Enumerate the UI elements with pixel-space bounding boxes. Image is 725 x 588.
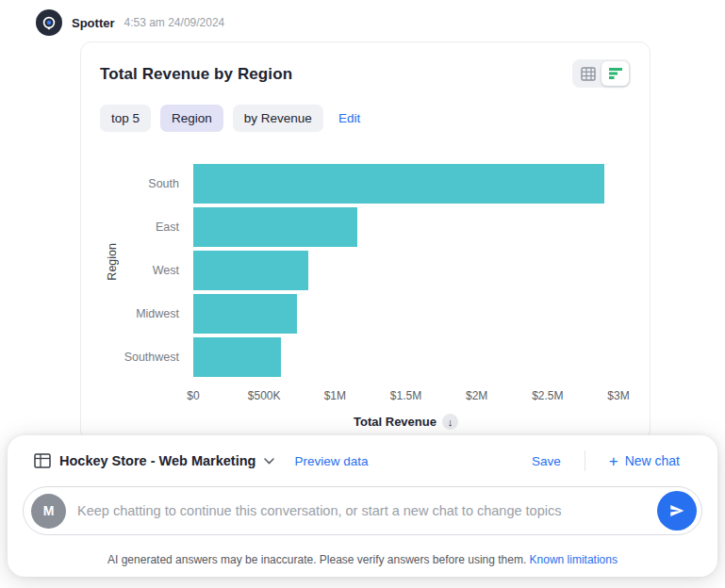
app-name: Spotter <box>72 16 115 30</box>
chart-row: Southwest <box>100 335 636 379</box>
bar-track <box>193 164 618 204</box>
x-axis-label[interactable]: Total Revenue <box>354 415 437 429</box>
save-button[interactable]: Save <box>532 454 561 468</box>
category-label: East <box>100 220 193 234</box>
chart-row: West <box>100 249 636 292</box>
bar[interactable] <box>193 164 604 204</box>
x-tick-label: $0 <box>187 389 199 402</box>
x-tick-label: $1M <box>324 389 346 402</box>
chart-row: East <box>100 205 636 249</box>
plus-icon: + <box>609 453 618 469</box>
bar[interactable] <box>193 337 281 377</box>
query-chips-row: top 5 Region by Revenue Edit <box>100 105 636 132</box>
chart-view-button[interactable] <box>601 61 629 86</box>
table-icon <box>581 67 596 81</box>
chip-region[interactable]: Region <box>160 105 223 132</box>
message-timestamp: 4:53 am 24/09/2024 <box>124 16 225 29</box>
known-limitations-link[interactable]: Known limitations <box>530 553 618 566</box>
new-chat-label: New chat <box>625 453 680 468</box>
spotter-logo-icon <box>41 15 57 30</box>
chat-input[interactable] <box>66 503 657 518</box>
x-axis-label-row: Total Revenue ↓ <box>193 414 618 430</box>
vertical-divider <box>585 450 585 471</box>
chevron-down-icon[interactable] <box>264 458 274 465</box>
chart-row: Midwest <box>100 292 636 335</box>
header: Spotter 4:53 am 24/09/2024 <box>36 9 224 36</box>
x-tick-label: $2.5M <box>532 389 563 402</box>
bar-chart: Region SouthEastWestMidwestSouthwest $0$… <box>100 162 636 430</box>
x-tick-label: $1.5M <box>390 389 421 402</box>
disclaimer-text: AI generated answers may be inaccurate. … <box>107 553 526 566</box>
chip-top-5[interactable]: top 5 <box>100 105 151 132</box>
chart-rows: SouthEastWestMidwestSouthwest <box>100 162 636 379</box>
category-label: South <box>100 177 193 190</box>
view-toggle <box>572 59 631 88</box>
datasource-row: Hockey Store - Web Marketing Preview dat… <box>8 435 717 471</box>
table-view-button[interactable] <box>574 61 601 86</box>
x-tick-label: $500K <box>248 389 281 402</box>
x-tick-label: $2M <box>466 389 487 402</box>
chart-row: South <box>100 162 636 205</box>
new-chat-button[interactable]: + New chat <box>609 453 680 469</box>
worksheet-icon <box>34 453 51 468</box>
chat-input-pill: M <box>23 486 702 535</box>
send-button[interactable] <box>657 491 697 531</box>
worksheet-name[interactable]: Hockey Store - Web Marketing <box>59 453 255 468</box>
user-avatar: M <box>31 494 66 529</box>
category-label: Southwest <box>100 351 193 364</box>
answer-card: Total Revenue by Region top 5 Region by … <box>80 41 651 441</box>
bar-track <box>193 251 618 290</box>
bar[interactable] <box>193 207 357 247</box>
bar-chart-icon <box>608 67 623 80</box>
bar-track <box>193 207 618 247</box>
category-label: Midwest <box>100 307 193 320</box>
ai-disclaimer: AI generated answers may be inaccurate. … <box>8 553 717 566</box>
bar[interactable] <box>193 294 297 334</box>
edit-link[interactable]: Edit <box>338 111 360 125</box>
chart-title: Total Revenue by Region <box>100 65 636 84</box>
x-axis-ticks: $0$500K$1M$1.5M$2M$2.5M$3M <box>193 389 618 404</box>
sort-descending-icon[interactable]: ↓ <box>442 414 458 430</box>
preview-data-link[interactable]: Preview data <box>294 454 368 468</box>
y-axis-label: Region <box>106 243 119 281</box>
bar-track <box>193 294 618 334</box>
bar-track <box>193 337 618 377</box>
bar[interactable] <box>193 251 308 290</box>
send-icon <box>668 502 685 519</box>
x-tick-label: $3M <box>607 389 629 402</box>
chip-by-revenue[interactable]: by Revenue <box>233 105 323 132</box>
chat-panel: Hockey Store - Web Marketing Preview dat… <box>8 435 717 577</box>
spotter-avatar <box>36 9 62 36</box>
